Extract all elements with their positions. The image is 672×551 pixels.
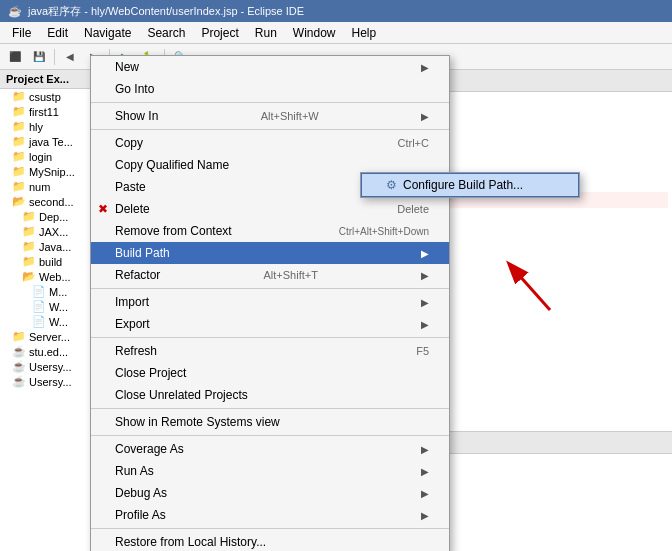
java-icon: ☕ [12, 345, 26, 358]
configure-label: Configure Build Path... [403, 178, 523, 192]
folder-icon: 📁 [12, 165, 26, 178]
folder-icon: 📁 [12, 330, 26, 343]
sidebar-label: num [29, 181, 50, 193]
sidebar-item-hly[interactable]: 📁 hly [0, 119, 94, 134]
sidebar-item-dep[interactable]: 📁 Dep... [0, 209, 94, 224]
folder-icon: 📁 [12, 90, 26, 103]
menu-search[interactable]: Search [139, 24, 193, 42]
title-text: java程序存 - hly/WebContent/userIndex.jsp -… [28, 4, 304, 19]
toolbar-save[interactable]: 💾 [28, 47, 50, 67]
ctx-refresh[interactable]: Refresh F5 [91, 340, 449, 362]
ctx-import-label: Import [115, 295, 149, 309]
ctx-buildpath[interactable]: Build Path ▶ [91, 242, 449, 264]
toolbar-back[interactable]: ◀ [59, 47, 81, 67]
sidebar-item-web[interactable]: 📂 Web... [0, 269, 94, 284]
ctx-delete[interactable]: ✖ Delete Delete [91, 198, 449, 220]
sidebar: Project Ex... 📁 csustp 📁 first11 📁 hly 📁… [0, 70, 95, 551]
sidebar-item-java[interactable]: 📁 Java... [0, 239, 94, 254]
folder-icon: 📁 [12, 105, 26, 118]
menu-window[interactable]: Window [285, 24, 344, 42]
ctx-arrow-icon: ▶ [421, 510, 429, 521]
ctx-copy-label: Copy [115, 136, 143, 150]
sidebar-label: hly [29, 121, 43, 133]
ctx-delete-label: Delete [115, 202, 150, 216]
sidebar-item-m[interactable]: 📄 M... [0, 284, 94, 299]
ctx-runas[interactable]: Run As ▶ [91, 460, 449, 482]
ctx-coverageas[interactable]: Coverage As ▶ [91, 438, 449, 460]
folder-icon: 📁 [22, 225, 36, 238]
sidebar-item-usersy2[interactable]: ☕ Usersy... [0, 374, 94, 389]
ctx-shortcut: Ctrl+C [398, 137, 429, 149]
ctx-sep [91, 129, 449, 130]
sidebar-item-stued[interactable]: ☕ stu.ed... [0, 344, 94, 359]
sidebar-item-jax[interactable]: 📁 JAX... [0, 224, 94, 239]
menu-project[interactable]: Project [193, 24, 246, 42]
ctx-profileas[interactable]: Profile As ▶ [91, 504, 449, 526]
sidebar-item-usersy1[interactable]: ☕ Usersy... [0, 359, 94, 374]
ctx-showremote[interactable]: Show in Remote Systems view [91, 411, 449, 433]
ctx-new[interactable]: New ▶ [91, 56, 449, 78]
menu-edit[interactable]: Edit [39, 24, 76, 42]
menu-help[interactable]: Help [344, 24, 385, 42]
ctx-restore-label: Restore from Local History... [115, 535, 266, 549]
sidebar-label: java Te... [29, 136, 73, 148]
sidebar-item-first11[interactable]: 📁 first11 [0, 104, 94, 119]
ctx-showin-label: Show In [115, 109, 158, 123]
ctx-debugas[interactable]: Debug As ▶ [91, 482, 449, 504]
sidebar-item-w1[interactable]: 📄 W... [0, 299, 94, 314]
menu-file[interactable]: File [4, 24, 39, 42]
ctx-buildpath-label: Build Path [115, 246, 170, 260]
sidebar-label: W... [49, 301, 68, 313]
sidebar-item-build[interactable]: 📁 build [0, 254, 94, 269]
sidebar-label: W... [49, 316, 68, 328]
sidebar-item-mysnip[interactable]: 📁 MySnip... [0, 164, 94, 179]
ctx-coverageas-label: Coverage As [115, 442, 184, 456]
sidebar-label: M... [49, 286, 67, 298]
delete-icon: ✖ [95, 201, 111, 217]
sidebar-item-num[interactable]: 📁 num [0, 179, 94, 194]
ctx-showin[interactable]: Show In Alt+Shift+W ▶ [91, 105, 449, 127]
ctx-copy[interactable]: Copy Ctrl+C [91, 132, 449, 154]
sidebar-label: stu.ed... [29, 346, 68, 358]
submenu-configure[interactable]: ⚙ Configure Build Path... [361, 173, 579, 197]
sidebar-label: Server... [29, 331, 70, 343]
gear-icon: ⚙ [386, 178, 397, 192]
ctx-gointo-label: Go Into [115, 82, 154, 96]
ctx-closeunrelated[interactable]: Close Unrelated Projects [91, 384, 449, 406]
ctx-shortcut: Ctrl+Alt+Shift+Down [339, 226, 429, 237]
ctx-export-label: Export [115, 317, 150, 331]
sidebar-header: Project Ex... [0, 70, 94, 89]
ctx-arrow-icon: ▶ [421, 466, 429, 477]
sidebar-label: JAX... [39, 226, 68, 238]
ctx-arrow-icon: ▶ [421, 270, 429, 281]
menu-run[interactable]: Run [247, 24, 285, 42]
folder-icon: 📁 [12, 180, 26, 193]
ctx-sep [91, 408, 449, 409]
ctx-export[interactable]: Export ▶ [91, 313, 449, 335]
ctx-closeproject[interactable]: Close Project [91, 362, 449, 384]
sidebar-item-second[interactable]: 📂 second... [0, 194, 94, 209]
sidebar-item-csustp[interactable]: 📁 csustp [0, 89, 94, 104]
toolbar-new[interactable]: ⬛ [4, 47, 26, 67]
sidebar-label: Web... [39, 271, 71, 283]
ctx-import[interactable]: Import ▶ [91, 291, 449, 313]
menu-navigate[interactable]: Navigate [76, 24, 139, 42]
ctx-restore[interactable]: Restore from Local History... [91, 531, 449, 551]
sidebar-item-javate[interactable]: 📁 java Te... [0, 134, 94, 149]
ctx-remove[interactable]: Remove from Context Ctrl+Alt+Shift+Down [91, 220, 449, 242]
ctx-sep [91, 288, 449, 289]
folder-icon: 📁 [12, 135, 26, 148]
java-icon: ☕ [12, 375, 26, 388]
sidebar-item-server[interactable]: 📁 Server... [0, 329, 94, 344]
ctx-shortcut: Delete [397, 203, 429, 215]
sidebar-item-w2[interactable]: 📄 W... [0, 314, 94, 329]
sidebar-item-login[interactable]: 📁 login [0, 149, 94, 164]
title-bar: ☕ java程序存 - hly/WebContent/userIndex.jsp… [0, 0, 672, 22]
app-icon: ☕ [8, 5, 22, 18]
ctx-sep [91, 102, 449, 103]
sidebar-label: build [39, 256, 62, 268]
ctx-gointo[interactable]: Go Into [91, 78, 449, 100]
menu-bar: File Edit Navigate Search Project Run Wi… [0, 22, 672, 44]
ctx-shortcut: Alt+Shift+T [263, 269, 317, 281]
ctx-refactor[interactable]: Refactor Alt+Shift+T ▶ [91, 264, 449, 286]
